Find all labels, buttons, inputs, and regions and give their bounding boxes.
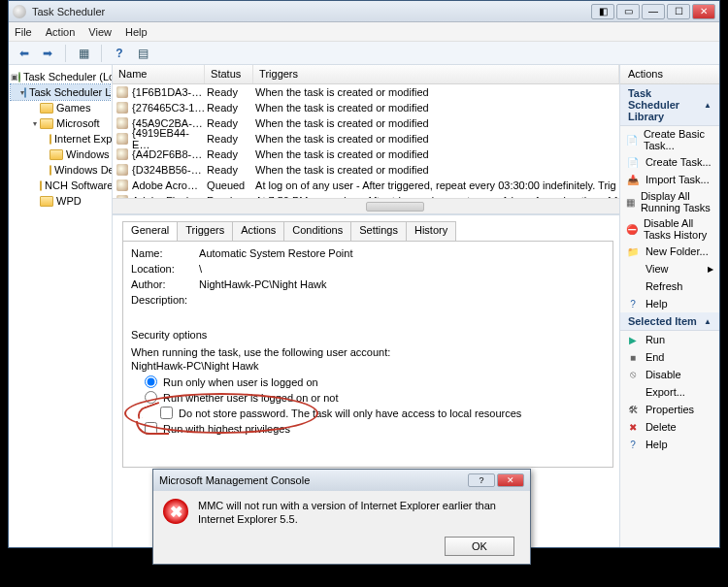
close-button[interactable]: ✕ bbox=[692, 4, 715, 19]
table-row[interactable]: Adobe Acro…QueuedAt log on of any user -… bbox=[113, 178, 619, 193]
table-row[interactable]: {4919EB44-E…ReadyWhen the task is create… bbox=[113, 131, 619, 147]
action-new-folder-[interactable]: 📁New Folder... bbox=[620, 243, 719, 260]
minimize-button[interactable]: — bbox=[642, 4, 665, 19]
action-help[interactable]: ?Help bbox=[620, 295, 719, 312]
author-value: NightHawk-PC\Night Hawk bbox=[199, 278, 326, 290]
actions-header: Actions bbox=[620, 65, 719, 84]
menu-file[interactable]: File bbox=[15, 26, 32, 38]
check-nostore[interactable]: Do not store password. The task will onl… bbox=[160, 407, 605, 419]
cell-trigger: When the task is created or modified bbox=[255, 117, 619, 129]
tree-item-ie[interactable]: Internet Explorer bbox=[11, 131, 110, 147]
tree-item-defender[interactable]: Windows Defende bbox=[11, 162, 110, 178]
action-display-all-running-tasks[interactable]: ▦Display All Running Tasks bbox=[620, 188, 719, 215]
description-label: Description: bbox=[131, 294, 199, 306]
location-label: Location: bbox=[131, 263, 199, 275]
table-row[interactable]: {276465C3-1…ReadyWhen the task is create… bbox=[113, 100, 619, 115]
task-icon bbox=[116, 117, 128, 129]
action-end[interactable]: ■End bbox=[620, 348, 719, 366]
ok-button[interactable]: OK bbox=[445, 537, 514, 556]
tree-item-wpd[interactable]: WPD bbox=[11, 193, 110, 209]
help-toolbar-icon[interactable]: ? bbox=[110, 44, 129, 63]
cell-status: Ready bbox=[207, 164, 255, 176]
tab-actions[interactable]: Actions bbox=[232, 221, 284, 241]
action-properties[interactable]: 🛠Properties bbox=[620, 401, 719, 418]
check-highest[interactable]: Run with highest privileges bbox=[145, 422, 605, 435]
tree-item-windows[interactable]: Windows bbox=[11, 147, 110, 162]
tree-root[interactable]: ▣Task Scheduler (Local) bbox=[11, 69, 110, 84]
action-refresh[interactable]: Refresh bbox=[620, 277, 719, 295]
cell-status: Ready bbox=[207, 117, 255, 129]
dialog-close-button[interactable]: ✕ bbox=[497, 473, 524, 487]
action-create-basic-task-[interactable]: 📄Create Basic Task... bbox=[620, 126, 719, 153]
radio-logged-or-not[interactable]: Run whether user is logged on or not bbox=[145, 391, 605, 404]
tab-history[interactable]: History bbox=[406, 221, 456, 241]
action-disable-all-tasks-history[interactable]: ⛔Disable All Tasks History bbox=[620, 215, 719, 243]
folder-icon bbox=[50, 165, 51, 176]
actions-group-library[interactable]: Task Scheduler Library▲ bbox=[620, 84, 719, 126]
tab-settings[interactable]: Settings bbox=[350, 221, 407, 241]
radio-logged-or-not-input[interactable] bbox=[145, 391, 157, 404]
check-nostore-input[interactable] bbox=[160, 407, 173, 419]
nav-tree[interactable]: ▣Task Scheduler (Local) ▾Task Scheduler … bbox=[9, 65, 113, 547]
collapse-icon[interactable]: ▲ bbox=[704, 317, 711, 326]
radio-logged-on-input[interactable] bbox=[145, 375, 157, 388]
tab-triggers[interactable]: Triggers bbox=[177, 221, 233, 241]
tree-item-nch[interactable]: NCH Software bbox=[11, 178, 110, 193]
action-icon: ▦ bbox=[626, 195, 635, 209]
menu-action[interactable]: Action bbox=[46, 26, 76, 38]
tab-strip: GeneralTriggersActionsConditionsSettings… bbox=[122, 221, 613, 241]
col-name[interactable]: Name bbox=[113, 65, 205, 83]
tree-item-games[interactable]: Games bbox=[11, 100, 110, 115]
horizontal-scrollbar[interactable] bbox=[113, 198, 619, 213]
action-icon: ⦸ bbox=[626, 368, 640, 381]
cell-name: {1F6B1DA3-… bbox=[132, 86, 207, 98]
action-delete[interactable]: ✖Delete bbox=[620, 418, 719, 436]
action-view[interactable]: View▶ bbox=[620, 260, 719, 277]
views-button[interactable]: ▦ bbox=[74, 44, 93, 63]
dialog-titlebar[interactable]: Microsoft Management Console ? ✕ bbox=[153, 470, 530, 491]
check-highest-input[interactable] bbox=[145, 422, 157, 435]
dialog-body: ✖ MMC will not run with a version of Int… bbox=[153, 491, 530, 534]
tree-item-microsoft[interactable]: ▾Microsoft bbox=[11, 115, 110, 131]
scheduler-icon bbox=[18, 72, 20, 82]
table-row[interactable]: {D324BB56-…ReadyWhen the task is created… bbox=[113, 162, 619, 178]
col-status[interactable]: Status bbox=[205, 65, 253, 83]
dialog-help-button[interactable]: ? bbox=[468, 473, 495, 487]
action-create-task-[interactable]: 📄Create Task... bbox=[620, 153, 719, 171]
col-triggers[interactable]: Triggers bbox=[253, 65, 619, 83]
cell-name: {276465C3-1… bbox=[132, 102, 207, 114]
action-icon: ⛔ bbox=[626, 222, 638, 236]
action-export-[interactable]: Export... bbox=[620, 383, 719, 401]
grid-body[interactable]: {1F6B1DA3-…ReadyWhen the task is created… bbox=[113, 84, 619, 198]
task-icon bbox=[116, 102, 128, 114]
folder-icon bbox=[40, 180, 42, 191]
grid-header[interactable]: Name Status Triggers bbox=[113, 65, 619, 84]
maximize-button[interactable]: ☐ bbox=[667, 4, 690, 19]
titlebar[interactable]: Task Scheduler ◧ ▭ — ☐ ✕ bbox=[9, 1, 719, 22]
actions-group-selected[interactable]: Selected Item▲ bbox=[620, 312, 719, 331]
dialog-buttons: OK bbox=[445, 537, 514, 556]
tree-library[interactable]: ▾Task Scheduler Library bbox=[11, 84, 110, 100]
table-row[interactable]: {1F6B1DA3-…ReadyWhen the task is created… bbox=[113, 84, 619, 100]
radio-logged-on[interactable]: Run only when user is logged on bbox=[145, 375, 605, 388]
forward-button[interactable]: ➡ bbox=[38, 44, 57, 63]
help-sys-button[interactable]: ◧ bbox=[591, 4, 614, 19]
tab-conditions[interactable]: Conditions bbox=[283, 221, 351, 241]
actions-group2-list: ▶Run■End⦸DisableExport...🛠Properties✖Del… bbox=[620, 331, 719, 453]
menu-view[interactable]: View bbox=[88, 26, 112, 38]
action-help[interactable]: ?Help bbox=[620, 436, 719, 453]
action-button[interactable]: ▤ bbox=[133, 44, 152, 63]
action-run[interactable]: ▶Run bbox=[620, 331, 719, 348]
restore-sys-button[interactable]: ▭ bbox=[616, 4, 640, 19]
collapse-icon[interactable]: ▲ bbox=[704, 101, 711, 110]
tab-general[interactable]: General bbox=[122, 221, 178, 241]
security-options-heading: Security options bbox=[131, 329, 605, 341]
scroll-thumb[interactable] bbox=[366, 202, 424, 212]
action-import-task-[interactable]: 📥Import Task... bbox=[620, 171, 719, 188]
table-row[interactable]: {A4D2F6B8-…ReadyWhen the task is created… bbox=[113, 147, 619, 162]
dialog-message: MMC will not run with a version of Inter… bbox=[198, 499, 520, 526]
menu-help[interactable]: Help bbox=[125, 26, 148, 38]
action-disable[interactable]: ⦸Disable bbox=[620, 366, 719, 383]
back-button[interactable]: ⬅ bbox=[15, 44, 34, 63]
task-icon bbox=[116, 133, 128, 145]
